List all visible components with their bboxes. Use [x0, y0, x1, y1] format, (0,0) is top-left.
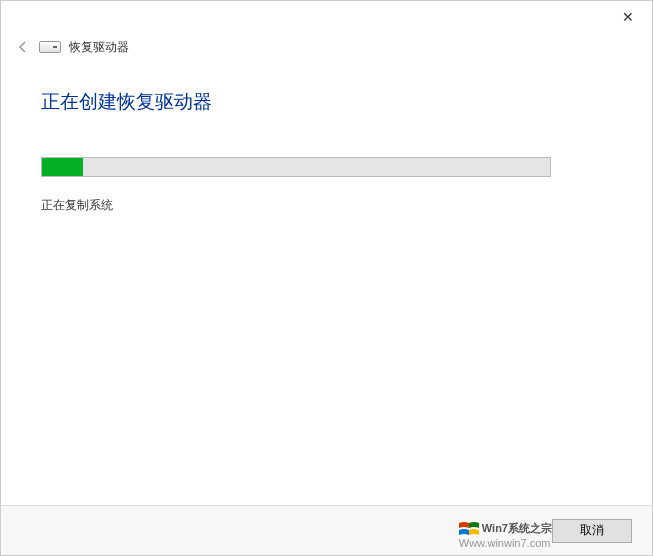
- drive-icon: [39, 41, 61, 53]
- progress-fill: [42, 158, 83, 176]
- watermark: Win7系统之宗 Www.winwin7.com: [459, 521, 552, 549]
- close-button[interactable]: ✕: [616, 5, 640, 29]
- content-area: 正在创建恢复驱动器 正在复制系统: [1, 61, 652, 214]
- status-text: 正在复制系统: [41, 197, 612, 214]
- cancel-button[interactable]: 取消: [552, 519, 632, 543]
- back-arrow-icon[interactable]: [15, 39, 31, 55]
- wizard-name: 恢复驱动器: [69, 39, 129, 56]
- footer: Win7系统之宗 Www.winwin7.com 取消: [1, 505, 652, 555]
- page-title: 正在创建恢复驱动器: [41, 89, 612, 115]
- close-icon: ✕: [622, 9, 634, 25]
- titlebar: ✕: [1, 1, 652, 33]
- watermark-brand: Win7系统之宗: [482, 522, 552, 534]
- wizard-header: 恢复驱动器: [1, 33, 652, 61]
- watermark-url: Www.winwin7.com: [459, 537, 551, 549]
- progress-bar: [41, 157, 551, 177]
